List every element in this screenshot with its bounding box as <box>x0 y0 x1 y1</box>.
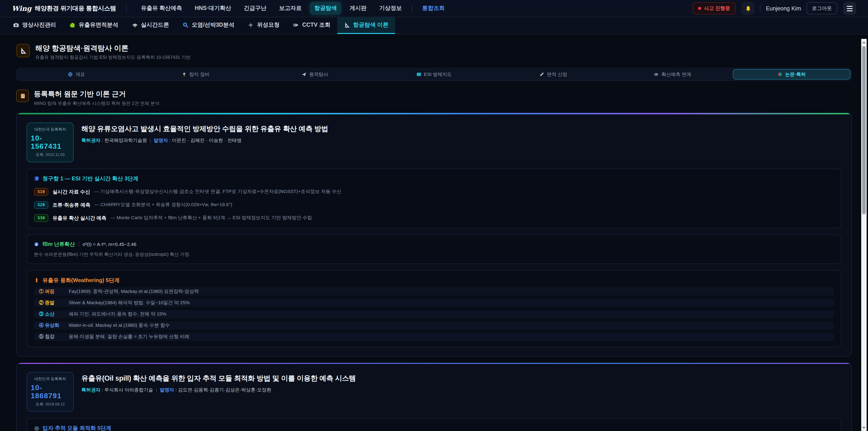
patent1-header: 대한민국 등록특허 10-1567431 등록: 2015.11.03 해양 유… <box>27 122 841 162</box>
hamburger-icon <box>847 6 852 6</box>
fbm-formula: σ²(t) = A·tᵐ, m=0.45~2.46 <box>83 241 136 247</box>
patent-number: 10-1567431 <box>31 134 70 150</box>
nav-item-reports[interactable]: 보고자료 <box>275 2 306 15</box>
weathering-box: 유출유 풍화(Weathering) 5단계 ① 퍼짐 Fay(1969): 중… <box>27 270 841 347</box>
subtab-label: 항공탐색 이론 <box>353 21 389 29</box>
patent-registered-date: 등록: 2015.11.03 <box>36 152 64 157</box>
scrollbar-up-arrow-icon[interactable] <box>861 39 867 45</box>
section-title: 등록특허 원문 기반 이론 근거 <box>34 90 160 99</box>
subtab-photo-management[interactable]: 영상사진관리 <box>6 17 63 34</box>
user-name: Eunjeong Kim <box>766 5 801 11</box>
patent2-number-badge: 대한민국 등록특허 10-1868791 등록: 2018.06.12 <box>27 372 74 412</box>
brand-logo[interactable]: Wing 해양환경 위기대응 통합시스템 <box>12 4 116 12</box>
tab-overview[interactable]: 개요 <box>18 69 135 80</box>
tab-label: 확산예측 연계 <box>661 71 691 78</box>
tab-detection-equipment[interactable]: 탐지 장비 <box>137 69 254 80</box>
fbm-box: fBm 난류확산 σ²(t) = A·tᵐ, m=0.45~2.46 분수 브라… <box>27 235 841 264</box>
tab-area-calculation[interactable]: 면적 산정 <box>495 69 612 80</box>
weathering-title: 유출유 풍화(Weathering) 5단계 <box>42 276 120 284</box>
gear-icon <box>34 426 39 431</box>
triangle-ruler-icon <box>344 22 350 28</box>
weathering-row: ① 퍼짐 Fay(1969): 중력-관성력, Mackay et al.(19… <box>34 287 834 296</box>
satellite-icon <box>182 72 186 77</box>
inventor-label: 발명자 <box>160 387 174 392</box>
patent-country-label: 대한민국 등록특허 <box>34 127 66 132</box>
subtab-oil-area-analysis[interactable]: 유출유면적분석 <box>63 17 125 34</box>
nav-item-rescue[interactable]: 긴급구난 <box>239 2 271 15</box>
top-navbar: Wing 해양환경 위기대응 통합시스템 유출유 확산예측 HNS·대기확산 긴… <box>0 0 868 17</box>
patent1-title-block: 해양 유류오염사고 발생시 효율적인 방제방안 수립을 위한 유출유 확산 예측… <box>81 122 328 144</box>
step-title: 실시간 자료 수신 <box>53 188 90 195</box>
weathering-header: 유출유 풍화(Weathering) 5단계 <box>34 276 834 284</box>
subtab-label: 오염/선박3D분석 <box>192 21 235 29</box>
subtab-aerial-search-theory[interactable]: 항공탐색 이론 <box>337 17 395 34</box>
scrollbar-down-arrow-icon[interactable] <box>861 425 867 431</box>
nav-divider <box>126 4 126 12</box>
vertical-scrollbar[interactable] <box>861 39 867 431</box>
step-title: 조류·취송류 예측 <box>53 202 90 208</box>
patent-number: 10-1868791 <box>31 384 70 400</box>
step-code-badge: S10 <box>34 188 49 195</box>
nav-item-aerial-search[interactable]: 항공탐색 <box>310 2 342 15</box>
puzzle-icon <box>70 22 75 28</box>
claim-step-row: S10 실시간 자료 수신 — 기상예측시스템·위성영상수신시스템·검조소 인터… <box>34 188 834 195</box>
nav-item-integrated-search[interactable]: 통합조회 <box>418 2 450 15</box>
subtab-cctv[interactable]: CCTV 조회 <box>286 17 337 34</box>
triangle-ruler-icon <box>20 47 26 54</box>
globe-icon <box>68 72 73 77</box>
scrollbar-thumb[interactable] <box>862 46 866 214</box>
weathering-stage-desc: Water-in-oil. Mackay et al.(1980) 풍속·수분 … <box>69 322 170 329</box>
notifications-button[interactable] <box>741 2 754 15</box>
magnifier-icon <box>183 22 188 28</box>
subtab-pollution-3d-analysis[interactable]: 오염/선박3D분석 <box>176 17 241 34</box>
tab-esi-map[interactable]: ESI 방제지도 <box>375 69 493 80</box>
page-icon-box <box>16 44 30 57</box>
tab-papers-patents[interactable]: 논문·특허 <box>733 69 850 80</box>
theory-tab-bar: 개요 탐지 장비 원격탐사 ESI 방제지도 면적 산정 확산예측 연계 <box>16 68 852 81</box>
weathering-stage-label: ① 퍼짐 <box>39 288 65 295</box>
nav-separator <box>412 5 412 12</box>
subtab-label: 위성요청 <box>257 21 280 29</box>
holder-value: 주식회사 아라종합기술 <box>104 387 153 392</box>
patent1-title: 해양 유류오염사고 발생시 효율적인 방제방안 수립을 위한 유출유 확산 예측… <box>81 124 328 133</box>
tab-label: ESI 방제지도 <box>424 71 452 78</box>
nav-item-hns[interactable]: HNS·대기확산 <box>190 2 236 15</box>
incident-status-badge[interactable]: 사고 진행중 <box>692 2 736 14</box>
page-title-block: 해양 항공탐색·원격탐사 이론 유출유 원격탐지·항공감시 기법·ESI 방제정… <box>35 44 191 61</box>
spiral-icon <box>34 242 39 247</box>
logout-button[interactable]: 로그아웃 <box>807 2 837 14</box>
weathering-stage-desc: Fay(1969): 중력-관성력, Mackay et al.(1980) 표… <box>69 288 199 295</box>
page-subtitle: 유출유 원격탐지·항공감시 기법·ESI 방제정보지도·등록특허 10-1567… <box>35 54 191 61</box>
step-desc: — Monte Carlo 입자추적 + fBm 난류확산 + 풍화 5단계 →… <box>111 215 312 221</box>
cctv-icon <box>293 22 299 28</box>
tab-remote-sensing[interactable]: 원격탐사 <box>256 69 373 80</box>
nav-item-oil-spill-forecast[interactable]: 유출유 확산예측 <box>136 2 186 15</box>
tab-diffusion-link[interactable]: 확산예측 연계 <box>614 69 731 80</box>
inventors-value: 김도연·김용혁·김종기·김성은·박상훈·오정환 <box>178 387 271 392</box>
section-icon-box <box>16 90 29 102</box>
link-icon <box>654 72 659 77</box>
pen-icon <box>539 72 544 77</box>
holder-label: 특허권자 <box>81 137 100 143</box>
patent2-title-block: 유출유(Oil spill) 확산 예측을 위한 입자 추적 모듈 최적화 방법… <box>81 372 356 393</box>
incident-label: 사고 진행중 <box>704 5 730 12</box>
section-title-block: 등록특허 원문 기반 이론 근거 WING 탑재 유출유 확산예측 시스템의 특… <box>34 90 160 107</box>
subtab-realtime-drone[interactable]: 실시간드론 <box>125 17 176 34</box>
holder-value: 한국해양과학기술원 <box>104 137 147 143</box>
nav-item-weather[interactable]: 기상정보 <box>375 2 406 15</box>
subtab-satellite-request[interactable]: 위성요청 <box>241 17 286 34</box>
fbm-header: fBm 난류확산 σ²(t) = A·tᵐ, m=0.45~2.46 <box>34 241 834 247</box>
fbm-description: 분수 브라운운동(fBm) 기반 무작위 확산거리 생성. 등방성(isotro… <box>34 251 834 257</box>
weathering-stage-label: ⑤ 침강 <box>39 333 65 340</box>
patent1-meta: 특허권자 : 한국해양과학기술원|발명자 : 이문진 · 김혜진 · 이승현 ·… <box>81 137 328 144</box>
patent1-number-badge: 대한민국 등록특허 10-1567431 등록: 2015.11.03 <box>27 122 74 162</box>
weathering-row: ③ 소산 쇄파 기인. 파도에너지·풍속 함수. 전체 약 15% <box>34 310 834 318</box>
inventor-label: 발명자 <box>154 137 168 143</box>
step-code-badge: S20 <box>34 201 49 209</box>
inventors-value: 이문진 · 김혜진 · 이승현 · 전태병 <box>172 137 242 143</box>
hamburger-menu-button[interactable] <box>843 2 856 15</box>
weathering-stage-desc: Stiver & Mackay(1984) 해석적 방법. 수일~10일간 약 … <box>69 300 190 306</box>
optimization-header: 입자 추적 모듈 최적화 5단계 <box>34 425 834 431</box>
nav-item-board[interactable]: 게시판 <box>345 2 371 15</box>
optimization-box: 입자 추적 모듈 최적화 5단계 (a) 뜰개 관측 + 예측자료 취득 : G… <box>27 418 841 431</box>
